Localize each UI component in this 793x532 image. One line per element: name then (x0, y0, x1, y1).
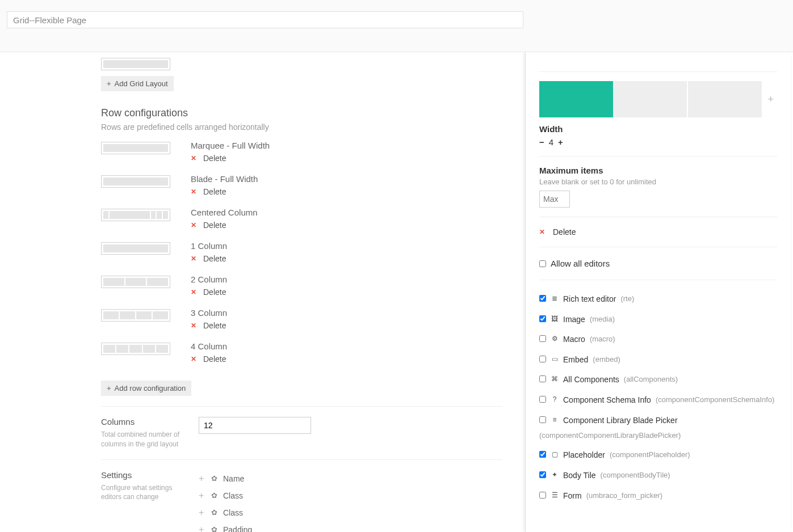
editor-checkbox[interactable] (539, 375, 546, 382)
row-config-item[interactable]: 2 Column✕Delete (101, 275, 502, 297)
settings-item[interactable]: +✿Class (199, 504, 252, 521)
allow-all-label: Allow all editors (551, 259, 610, 268)
editor-alias: (componentBodyTile) (601, 470, 670, 480)
settings-item[interactable]: +✿Class (199, 487, 252, 504)
row-delete-button[interactable]: ✕Delete (191, 254, 227, 263)
editor-alias: (componentPlaceholder) (610, 450, 690, 460)
row-config-item[interactable]: 1 Column✕Delete (101, 241, 502, 263)
plus-icon: + (107, 79, 111, 88)
close-icon: ✕ (191, 154, 196, 162)
width-value: 4 (549, 137, 553, 147)
editor-alias: (media) (590, 314, 615, 324)
editor-item[interactable]: ⌘All Components (allComponents) (539, 370, 777, 390)
columns-input[interactable] (199, 417, 311, 434)
row-thumb (101, 343, 170, 355)
editor-label: Placeholder (563, 450, 605, 461)
add-column-icon[interactable]: + (764, 94, 777, 105)
columns-label: Columns (101, 417, 187, 427)
editor-icon: ☰ (551, 491, 559, 500)
allow-all-checkbox[interactable] (539, 260, 546, 267)
close-icon: ✕ (191, 322, 196, 330)
row-config-item[interactable]: 4 Column✕Delete (101, 341, 502, 364)
row-config-subtitle: Rows are predefined cells arranged horiz… (101, 123, 502, 132)
row-delete-button[interactable]: ✕Delete (191, 321, 227, 330)
row-config-item[interactable]: Blade - Full Width✕Delete (101, 174, 502, 196)
add-row-config-button[interactable]: + Add row configuration (101, 381, 191, 396)
row-delete-label: Delete (203, 254, 226, 263)
settings-item[interactable]: +✿Name (199, 470, 252, 487)
row-delete-label: Delete (203, 354, 226, 364)
editor-item[interactable]: ?Component Schema Info (componentCompone… (539, 390, 777, 411)
editor-alias: (embed) (593, 354, 620, 365)
editor-checkbox[interactable] (539, 356, 546, 362)
delete-cell-button[interactable]: ✕ Delete (539, 226, 777, 238)
row-delete-label: Delete (203, 154, 226, 163)
editor-icon: ≡ (551, 415, 559, 425)
editor-checkbox[interactable] (539, 335, 546, 342)
editor-icon: 🖼 (551, 314, 559, 324)
editor-label: Component Schema Info (563, 395, 651, 406)
page-title-input[interactable] (7, 11, 523, 28)
editor-checkbox[interactable] (539, 315, 546, 322)
editor-checkbox[interactable] (539, 492, 546, 499)
editor-label: Component Library Blade Picker (563, 415, 678, 427)
editor-item[interactable]: ✦Body Tile (componentBodyTile) (539, 466, 777, 486)
width-fill[interactable] (539, 81, 613, 117)
editor-item[interactable]: ☰Form (umbraco_form_picker) (539, 486, 777, 506)
editor-checkbox[interactable] (539, 471, 546, 478)
editor-label: Rich text editor (563, 294, 616, 305)
row-thumb (101, 276, 170, 288)
editor-icon: ⚙ (551, 334, 559, 344)
width-empty-cell[interactable] (688, 81, 762, 117)
row-thumb (101, 309, 170, 322)
editor-label: Embed (563, 354, 588, 366)
editor-alias: (componentComponentSchemaInfo) (656, 395, 775, 405)
editor-alias: (macro) (590, 334, 615, 344)
row-name: Blade - Full Width (191, 174, 258, 184)
plus-icon: + (199, 508, 205, 518)
editor-icon: ▭ (551, 354, 559, 364)
editor-checkbox[interactable] (539, 295, 546, 302)
editor-label: Macro (563, 334, 585, 345)
row-delete-button[interactable]: ✕Delete (191, 288, 227, 297)
add-grid-layout-label: Add Grid Layout (115, 79, 168, 88)
editor-item[interactable]: ▢Placeholder (componentPlaceholder) (539, 445, 777, 466)
close-icon: ✕ (191, 188, 196, 196)
allow-all-editors[interactable]: Allow all editors (539, 256, 777, 271)
settings-help: Configure what settings editors can chan… (101, 483, 187, 503)
grid-layout-thumb[interactable] (101, 58, 170, 70)
editor-checkbox[interactable] (539, 451, 546, 458)
editor-label: Image (563, 314, 585, 326)
gear-icon: ✿ (211, 508, 217, 517)
row-delete-button[interactable]: ✕Delete (191, 354, 227, 364)
add-grid-layout-button[interactable]: + Add Grid Layout (101, 76, 174, 91)
row-name: 2 Column (191, 275, 227, 284)
row-delete-button[interactable]: ✕Delete (191, 221, 258, 230)
row-name: Centered Column (191, 208, 258, 217)
row-config-item[interactable]: Centered Column✕Delete (101, 208, 502, 230)
gear-icon: ✿ (211, 491, 217, 500)
width-preview: + (539, 81, 777, 117)
editor-item[interactable]: ≡Component Library Blade Picker (compone… (539, 411, 777, 446)
editor-item[interactable]: ⚙Macro (macro) (539, 330, 777, 350)
max-items-help: Leave blank or set to 0 for unlimited (539, 178, 777, 186)
editor-alias: (componentComponentLibraryBladePicker) (539, 430, 681, 441)
editor-item[interactable]: 🖼Image (media) (539, 310, 777, 330)
max-items-input[interactable] (539, 191, 570, 208)
row-delete-label: Delete (203, 187, 226, 196)
editor-label: All Components (563, 374, 619, 386)
row-delete-button[interactable]: ✕Delete (191, 187, 258, 196)
settings-item[interactable]: +✿Padding (199, 521, 252, 532)
editor-item[interactable]: ▭Embed (embed) (539, 350, 777, 370)
row-config-item[interactable]: 3 Column✕Delete (101, 308, 502, 330)
row-delete-button[interactable]: ✕Delete (191, 154, 270, 163)
settings-item-label: Name (223, 474, 244, 483)
plus-icon: + (107, 384, 111, 392)
width-minus-icon[interactable]: − (539, 137, 544, 147)
editor-item[interactable]: ≣Rich text editor (rte) (539, 289, 777, 310)
editor-checkbox[interactable] (539, 396, 546, 403)
editor-checkbox[interactable] (539, 416, 546, 423)
width-plus-icon[interactable]: + (558, 137, 563, 147)
width-empty-cell[interactable] (613, 81, 687, 117)
row-config-item[interactable]: Marquee - Full Width✕Delete (101, 141, 502, 163)
